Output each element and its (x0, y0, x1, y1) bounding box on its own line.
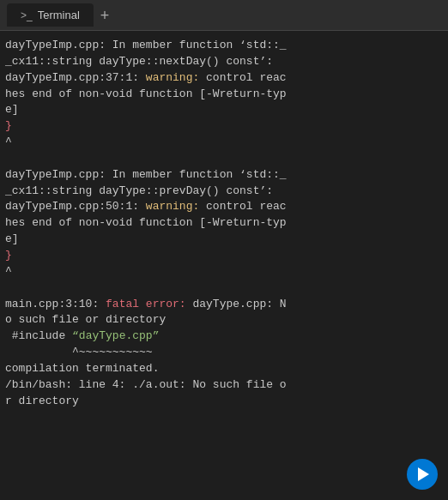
title-bar: >_ Terminal + (0, 0, 448, 31)
terminal-line-2: control reac hes end of non-void functio… (5, 71, 287, 214)
terminal-tab-icon: >_ (21, 9, 33, 21)
terminal-tab[interactable]: >_ Terminal (7, 3, 94, 27)
include-string: “dayType.cpp” (72, 329, 159, 342)
terminal-line-3: control reac hes end of non-void functio… (5, 200, 287, 310)
fatal-error: fatal error: (106, 298, 186, 310)
warning-1: warning: (146, 71, 199, 84)
warning-2: warning: (146, 200, 199, 213)
new-tab-button[interactable]: + (94, 6, 117, 25)
play-button[interactable] (407, 459, 438, 490)
terminal-line-5: ^~~~~~~~~~~~ compilation terminated. /bi… (5, 346, 287, 407)
terminal-tab-label: Terminal (38, 9, 80, 21)
terminal-body: dayTypeImp.cpp: In member function ‘std:… (0, 31, 448, 416)
